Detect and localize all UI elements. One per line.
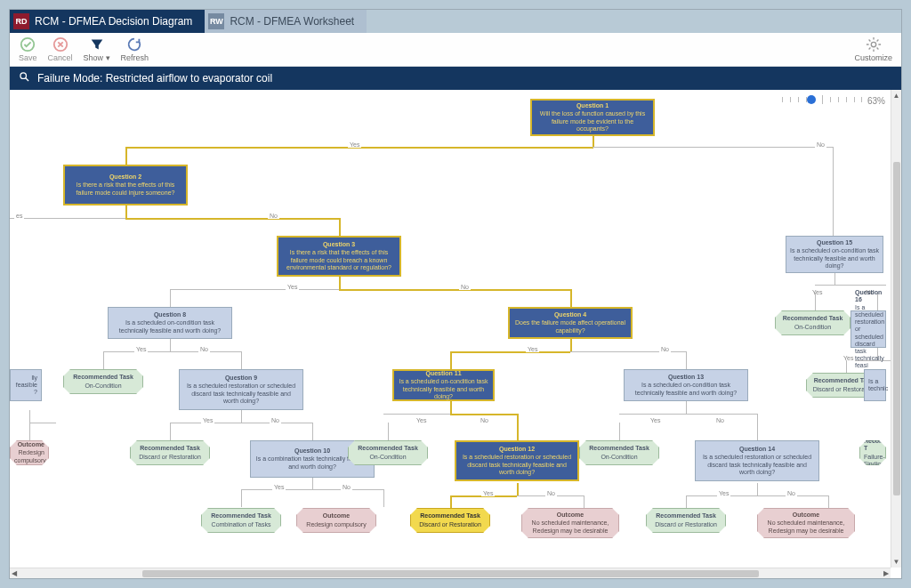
zoom-slider[interactable] xyxy=(782,95,862,106)
question-13[interactable]: Question 13Is a scheduled on-condition t… xyxy=(624,369,748,401)
edge-label: No xyxy=(714,417,726,423)
cancel-button[interactable]: Cancel xyxy=(48,36,73,62)
outcome-no-maintenance-1[interactable]: OutcomeNo scheduled maintenance, Redesig… xyxy=(521,508,619,538)
question-3[interactable]: Question 3Is there a risk that the effec… xyxy=(277,236,401,277)
failure-mode-header: Failure Mode: Restricted airflow to evap… xyxy=(10,67,901,90)
task-failure-finding[interactable]: Recommended TFailure-Finding xyxy=(859,440,886,465)
show-dropdown[interactable]: Show ▾ xyxy=(84,36,110,62)
rd-icon: RD xyxy=(13,13,29,29)
svg-point-3 xyxy=(20,73,27,79)
edge-label: Yes xyxy=(272,484,286,490)
edge-label: No xyxy=(479,417,490,423)
edge-label: Yes xyxy=(481,490,495,496)
edge-label: No xyxy=(815,141,826,148)
question-12[interactable]: Question 12Is a scheduled restoration or… xyxy=(455,440,579,481)
question-edge-right[interactable]: Is a technic xyxy=(864,369,886,401)
customize-button[interactable]: Customize xyxy=(854,36,892,62)
edge-label: es xyxy=(14,213,24,219)
outcome-redesign-1[interactable]: OutcomeRedesign compulsory xyxy=(10,440,49,465)
scroll-right-icon[interactable]: ▶ xyxy=(882,568,891,578)
check-icon xyxy=(20,36,36,52)
edge-label: No xyxy=(268,213,279,219)
edge-label: Yes xyxy=(415,417,428,423)
question-16[interactable]: Question 16Is a scheduled restoration or… xyxy=(851,310,886,348)
edge-label: No xyxy=(341,484,352,490)
question-11[interactable]: Question 11Is a scheduled on-condition t… xyxy=(392,369,495,401)
edge-label: Yes xyxy=(526,346,539,352)
edge-label: No xyxy=(270,417,281,423)
diagram-canvas[interactable]: 63% Yes No es No Yes No Yes No Yes No Ye… xyxy=(10,90,901,578)
question-4[interactable]: Question 4Does the failure mode affect o… xyxy=(508,307,633,339)
edge-label: No xyxy=(198,346,210,352)
save-button[interactable]: Save xyxy=(19,36,37,62)
filter-icon xyxy=(89,36,105,52)
gear-icon xyxy=(866,36,882,52)
edge-label: Yes xyxy=(286,284,299,290)
edge-label: Yes xyxy=(842,355,855,361)
edge-label: No xyxy=(786,490,797,496)
outcome-redesign-2[interactable]: OutcomeRedesign compulsory xyxy=(296,508,376,533)
edge-label: Yes xyxy=(810,289,824,295)
question-15[interactable]: Question 15Is a scheduled on-condition t… xyxy=(786,236,883,273)
task-discard-restoration-3[interactable]: Recommended TaskDiscard or Restoration xyxy=(646,508,726,533)
task-discard-restoration-1[interactable]: Recommended TaskDiscard or Restoration xyxy=(130,440,210,465)
edge-label: No xyxy=(545,490,557,496)
refresh-button[interactable]: Refresh xyxy=(121,36,149,62)
outcome-no-maintenance-2[interactable]: OutcomeNo scheduled maintenance, Redesig… xyxy=(757,508,855,538)
question-14[interactable]: Question 14Is a scheduled restoration or… xyxy=(695,440,819,481)
tab-bar: RD RCM - DFMEA Decision Diagram RW RCM -… xyxy=(10,10,901,33)
svg-point-2 xyxy=(871,42,875,46)
scroll-up-icon[interactable]: ▲ xyxy=(891,90,901,101)
cancel-icon xyxy=(52,36,69,52)
edge-label: No xyxy=(459,284,471,290)
task-on-condition-1[interactable]: Recommended TaskOn-Condition xyxy=(63,369,143,394)
refresh-icon xyxy=(126,36,142,52)
rw-icon: RW xyxy=(208,13,224,29)
zoom-value: 63% xyxy=(867,96,885,106)
zoom-thumb[interactable] xyxy=(807,95,816,104)
task-combination[interactable]: Recommended TaskCombination of Tasks xyxy=(201,508,281,533)
scroll-left-icon[interactable]: ◀ xyxy=(10,568,19,578)
scrollbar-vertical[interactable]: ▲ ▼ xyxy=(891,90,901,568)
edge-label: Yes xyxy=(717,490,730,496)
task-on-condition-4[interactable]: Recommended TaskOn-Condition xyxy=(775,310,851,335)
task-on-condition-2[interactable]: Recommended TaskOn-Condition xyxy=(348,440,428,465)
question-edge-left[interactable]: lly feasible ? xyxy=(10,369,42,401)
tab-label: RCM - DFMEA Decision Diagram xyxy=(35,15,192,28)
question-2[interactable]: Question 2Is there a risk that the effec… xyxy=(63,165,188,205)
tab-worksheet[interactable]: RW RCM - DFMEA Worksheet xyxy=(205,10,367,33)
zoom-control[interactable]: 63% xyxy=(782,95,885,106)
question-9[interactable]: Question 9Is a scheduled restoration or … xyxy=(179,369,303,410)
toolbar: Save Cancel Show ▾ Refresh Customize xyxy=(10,33,901,67)
task-discard-restoration-highlighted[interactable]: Recommended TaskDiscard or Restoration xyxy=(410,508,490,533)
tab-label: RCM - DFMEA Worksheet xyxy=(230,15,354,28)
scrollbar-horizontal[interactable]: ◀ ▶ xyxy=(10,568,891,578)
search-icon xyxy=(19,71,30,85)
edge-label: Yes xyxy=(649,417,662,423)
edge-label: Yes xyxy=(201,417,214,423)
task-on-condition-3[interactable]: Recommended TaskOn-Condition xyxy=(579,440,659,465)
edge-label: Yes xyxy=(134,346,148,352)
header-text: Failure Mode: Restricted airflow to evap… xyxy=(37,72,272,85)
tab-decision-diagram[interactable]: RD RCM - DFMEA Decision Diagram xyxy=(10,10,205,33)
edge-label: No xyxy=(659,346,671,352)
edge-label: Yes xyxy=(348,141,361,148)
question-1[interactable]: Question 1Will the loss of function caus… xyxy=(530,99,655,136)
scroll-down-icon[interactable]: ▼ xyxy=(891,556,901,568)
question-8[interactable]: Question 8Is a scheduled on-condition ta… xyxy=(108,307,232,339)
